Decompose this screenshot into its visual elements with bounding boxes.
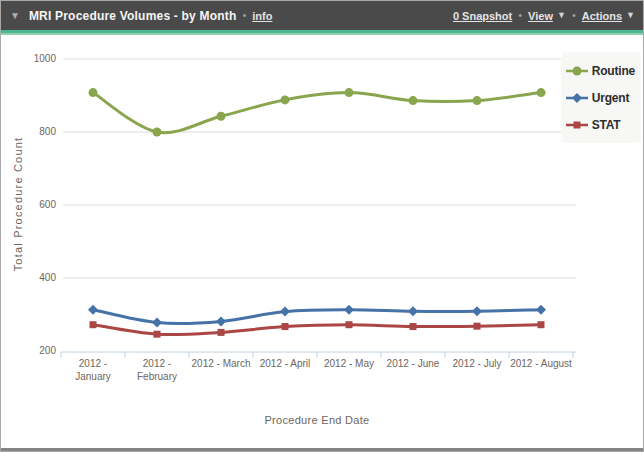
separator-dot: • <box>242 10 246 21</box>
bottom-border-bar <box>1 448 643 451</box>
legend-item-urgent[interactable]: Urgent <box>566 84 635 111</box>
data-point-routine[interactable] <box>153 128 162 137</box>
data-point-stat[interactable] <box>218 329 225 336</box>
header-left: ▼ MRI Procedure Volumes - by Month • inf… <box>10 9 272 23</box>
actions-caret-icon[interactable]: ▼ <box>626 11 635 20</box>
y-tick-label: 200 <box>14 345 56 356</box>
data-point-urgent[interactable] <box>536 305 546 315</box>
y-tick-label: 1000 <box>14 53 56 64</box>
separator-dot: • <box>518 10 522 21</box>
data-point-routine[interactable] <box>345 88 354 97</box>
data-point-routine[interactable] <box>217 112 226 121</box>
chart-legend: RoutineUrgentSTAT <box>561 52 641 143</box>
data-point-urgent[interactable] <box>472 306 482 316</box>
snapshot-link[interactable]: 0 Snapshot <box>453 10 512 22</box>
line-chart-plot <box>1 1 644 452</box>
data-point-urgent[interactable] <box>216 316 226 326</box>
x-tick-label: 2012 - March <box>189 358 253 371</box>
data-point-urgent[interactable] <box>88 305 98 315</box>
info-link[interactable]: info <box>252 10 272 22</box>
x-tick-label: 2012 - May <box>317 358 381 371</box>
y-tick-label: 800 <box>14 126 56 137</box>
data-point-routine[interactable] <box>473 96 482 105</box>
legend-label: STAT <box>592 118 621 132</box>
collapse-icon[interactable]: ▼ <box>10 11 20 21</box>
data-point-routine[interactable] <box>281 95 290 104</box>
circle-marker-icon <box>566 64 588 78</box>
accent-bar <box>1 30 643 35</box>
actions-menu-link[interactable]: Actions <box>582 10 622 22</box>
x-tick-label: 2012 - February <box>125 358 189 383</box>
y-tick-label: 600 <box>14 199 56 210</box>
view-caret-icon[interactable]: ▼ <box>557 11 566 20</box>
legend-label: Routine <box>592 64 635 78</box>
square-marker-icon <box>566 118 588 132</box>
data-point-urgent[interactable] <box>344 305 354 315</box>
x-tick-label: 2012 - June <box>381 358 445 371</box>
x-axis-title: Procedure End Date <box>61 414 573 426</box>
data-point-routine[interactable] <box>537 88 546 97</box>
data-point-stat[interactable] <box>410 323 417 330</box>
diamond-marker-icon <box>566 91 588 105</box>
x-tick-label: 2012 - July <box>445 358 509 371</box>
x-tick-label: 2012 - August <box>509 358 573 371</box>
legend-item-stat[interactable]: STAT <box>566 111 635 138</box>
chart-widget-window: ▼ MRI Procedure Volumes - by Month • inf… <box>0 0 644 452</box>
view-menu-link[interactable]: View <box>528 10 553 22</box>
data-point-stat[interactable] <box>538 321 545 328</box>
y-tick-label: 400 <box>14 272 56 283</box>
data-point-urgent[interactable] <box>280 307 290 317</box>
data-point-routine[interactable] <box>89 88 98 97</box>
x-tick-label: 2012 - January <box>61 358 125 383</box>
data-point-stat[interactable] <box>154 331 161 338</box>
x-tick-label: 2012 - April <box>253 358 317 371</box>
data-point-stat[interactable] <box>90 321 97 328</box>
header-right: 0 Snapshot • View ▼ • Actions ▼ <box>453 10 635 22</box>
data-point-stat[interactable] <box>346 321 353 328</box>
data-point-urgent[interactable] <box>152 318 162 328</box>
widget-title: MRI Procedure Volumes - by Month <box>29 9 237 23</box>
widget-header: ▼ MRI Procedure Volumes - by Month • inf… <box>1 1 643 30</box>
data-point-urgent[interactable] <box>408 306 418 316</box>
data-point-stat[interactable] <box>282 323 289 330</box>
legend-label: Urgent <box>592 91 629 105</box>
separator-dot: • <box>572 10 576 21</box>
data-point-stat[interactable] <box>474 323 481 330</box>
legend-item-routine[interactable]: Routine <box>566 57 635 84</box>
data-point-routine[interactable] <box>409 96 418 105</box>
